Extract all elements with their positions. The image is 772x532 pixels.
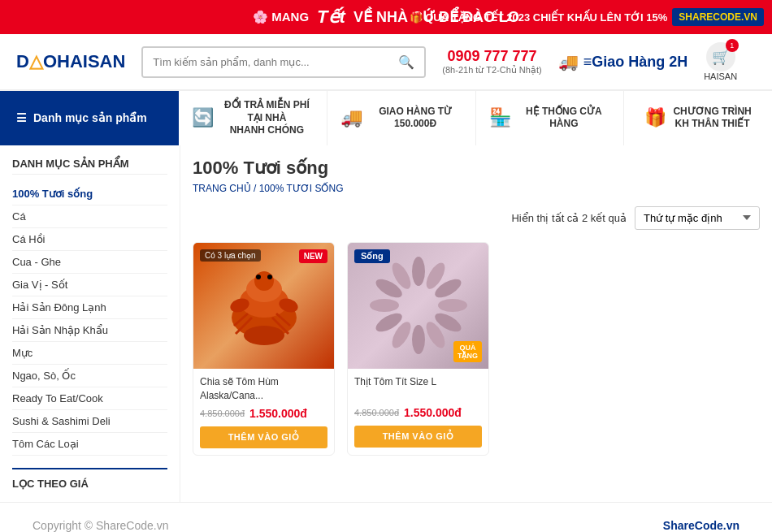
delivery-label: ≡Giao Hàng 2H <box>583 54 688 71</box>
product-name-2: Thịt Tôm Tít Size L <box>354 375 482 401</box>
sidebar-item-cuaghe[interactable]: Cua - Ghe <box>12 251 167 274</box>
sidebar-item-cahoi[interactable]: Cá Hồi <box>12 228 167 251</box>
delivery-nav-icon: 🚚 <box>340 107 362 128</box>
nav-item-loyalty[interactable]: 🎁 CHƯƠNG TRÌNH KH THÂN THIẾT <box>624 91 772 145</box>
search-bar: 🔍 <box>141 46 426 78</box>
nav-item-delivery[interactable]: 🚚 GIAO HÀNG TỪ 150.000Đ <box>327 91 476 145</box>
filter-bar: Hiển thị tất cả 2 kết quả Thứ tự mặc địn… <box>193 206 760 230</box>
add-to-cart-btn-1[interactable]: THÊM VÀO GIỎ <box>200 426 327 448</box>
svg-point-8 <box>244 326 284 345</box>
product-info-1: Chia sẽ Tôm Hùm Alaska/Cana... 4.850.000… <box>193 369 334 456</box>
gift-icon: 🎁 <box>644 107 666 128</box>
svg-point-13 <box>412 257 425 286</box>
breadcrumb: TRANG CHỦ / 100% TƯƠI SỐNG <box>193 183 760 194</box>
product-image-2: Sống QUÀ TẶNG <box>348 243 488 369</box>
banner-tet: Tết <box>317 6 345 28</box>
product-badge-new: NEW <box>299 249 327 263</box>
logo[interactable]: D△OHAISAN <box>16 51 125 72</box>
store-icon: 🏪 <box>489 107 511 128</box>
phone-block: 0909 777 777 (8h-21h từ T2-Chủ Nhật) <box>442 48 541 76</box>
price-new-2: 1.550.000đ <box>404 406 462 419</box>
search-input[interactable] <box>143 48 388 76</box>
top-banner: 🌸 MANG Tết VỀ NHÀ CỨ ĐỂ ĐÀO LO 🎁 QUÀ TẶN… <box>0 0 772 34</box>
banner-promo: 🎁 QUÀ TẶNG TẾT 2023 CHIẾT KHẤU LÊN TỚI 1… <box>410 11 668 24</box>
product-badge-gift: QUÀ TẶNG <box>453 341 482 362</box>
price-old-1: 4.850.000đ <box>200 409 245 418</box>
nav-item-return[interactable]: 🔄 ĐỔI TRẢ MIỄN PHÍ TẠI NHÀ NHANH CHÓNG <box>179 91 327 145</box>
nav-menu-label: Danh mục sản phẩm <box>33 111 147 124</box>
product-card-2: Sống QUÀ TẶNG <box>347 242 489 456</box>
products-grid: Có 3 lựa chọn NEW <box>193 242 760 456</box>
nav-item-stores[interactable]: 🏪 HỆ THỐNG CỬA HÀNG <box>476 91 625 145</box>
breadcrumb-home[interactable]: TRANG CHỦ <box>193 183 251 194</box>
delivery-block[interactable]: 🚚 ≡Giao Hàng 2H <box>558 52 688 71</box>
sort-select[interactable]: Thứ tự mặc định Giá: Thấp đến Cao Giá: C… <box>635 206 760 230</box>
footer-copyright: Copyright © ShareCode.vn <box>33 519 169 532</box>
sidebar-item-tom[interactable]: Tôm Các Loại <box>12 433 167 456</box>
sidebar-item-nhapkhau[interactable]: Hải Sản Nhập Khẩu <box>12 319 167 342</box>
sidebar-item-sushi[interactable]: Sushi & Sashimi Deli <box>12 410 167 433</box>
banner-right: 🎁 QUÀ TẶNG TẾT 2023 CHIẾT KHẤU LÊN TỚI 1… <box>410 8 764 26</box>
sidebar-category-title: DANH MỤC SẢN PHẨM <box>12 158 167 175</box>
sidebar-item-ca[interactable]: Cá <box>12 205 167 228</box>
footer-brand: ShareCode.vn <box>663 519 739 532</box>
svg-point-19 <box>412 325 425 354</box>
content-area: 100% Tươi sống TRANG CHỦ / 100% TƯƠI SỐN… <box>180 145 772 502</box>
cart-label: HAISAN <box>704 71 737 81</box>
svg-point-3 <box>254 271 274 291</box>
header: D△OHAISAN 🔍 0909 777 777 (8h-21h từ T2-C… <box>0 34 772 91</box>
nav-bar: ☰ Danh mục sản phẩm 🔄 ĐỔI TRẢ MIỄN PHÍ T… <box>0 91 772 145</box>
nav-icons: 🔄 ĐỔI TRẢ MIỄN PHÍ TẠI NHÀ NHANH CHÓNG 🚚… <box>179 91 772 145</box>
sidebar-item-readytoeat[interactable]: Ready To Eat/Cook <box>12 387 167 410</box>
product-card-1: Có 3 lựa chọn NEW <box>193 242 335 456</box>
sidebar-item-ngaosoo[interactable]: Ngao, Sò, Ốc <box>12 365 167 387</box>
nav-menu-button[interactable]: ☰ Danh mục sản phẩm <box>0 91 179 145</box>
phone-number[interactable]: 0909 777 777 <box>442 48 541 65</box>
search-button[interactable]: 🔍 <box>388 48 424 76</box>
nav-return-text: ĐỔI TRẢ MIỄN PHÍ TẠI NHÀ NHANH CHÓNG <box>220 99 314 137</box>
svg-point-16 <box>438 299 467 312</box>
price-new-1: 1.550.000đ <box>249 407 307 420</box>
product-prices-2: 4.850.000đ 1.550.000đ <box>354 406 482 419</box>
cart-icon: 🛒 <box>712 48 730 66</box>
product-info-2: Thịt Tôm Tít Size L 4.850.000đ 1.550.000… <box>348 369 488 454</box>
breadcrumb-sep: / <box>254 183 259 194</box>
sidebar-item-donglanh[interactable]: Hải Sản Đông Lạnh <box>12 296 167 319</box>
product-name-1: Chia sẽ Tôm Hùm Alaska/Cana... <box>200 375 327 403</box>
price-old-2: 4.850.000đ <box>354 408 399 417</box>
sidebar-item-muc[interactable]: Mực <box>12 342 167 365</box>
svg-point-22 <box>370 299 399 312</box>
add-to-cart-btn-2[interactable]: THÊM VÀO GIỎ <box>354 426 482 448</box>
banner-left-text: 🌸 MANG <box>253 10 309 24</box>
svg-point-4 <box>256 275 261 279</box>
menu-icon: ☰ <box>16 111 27 124</box>
page-title: 100% Tươi sống <box>193 158 760 179</box>
breadcrumb-current: 100% TƯƠI SỐNG <box>259 183 344 194</box>
sidebar: DANH MỤC SẢN PHẨM 100% Tươi sống Cá Cá H… <box>0 145 180 502</box>
sidebar-item-giavi[interactable]: Gia Vị - Sốt <box>12 274 167 296</box>
sidebar-item-tuoisong[interactable]: 100% Tươi sống <box>12 183 167 205</box>
svg-point-5 <box>267 275 272 279</box>
product-badge-song: Sống <box>354 249 390 263</box>
product-prices-1: 4.850.000đ 1.550.000đ <box>200 407 327 420</box>
phone-sub: (8h-21h từ T2-Chủ Nhật) <box>442 65 541 76</box>
sidebar-price-filter: LỌC THEO GIÁ <box>12 468 167 490</box>
sharecode-badge: SHARECODE.VN <box>672 8 764 26</box>
return-icon: 🔄 <box>192 107 214 128</box>
footer: Copyright © ShareCode.vn ShareCode.vn <box>0 502 772 532</box>
cart-block[interactable]: 🛒 1 HAISAN <box>704 42 737 81</box>
product-badge-choice: Có 3 lựa chọn <box>200 249 261 262</box>
delivery-icon: 🚚 <box>558 52 579 71</box>
nav-delivery-text: GIAO HÀNG TỪ 150.000Đ <box>369 106 462 131</box>
nav-loyalty-text: CHƯƠNG TRÌNH KH THÂN THIẾT <box>673 106 751 131</box>
cart-icon-wrap[interactable]: 🛒 1 <box>706 42 735 71</box>
cart-badge: 1 <box>726 39 739 52</box>
result-label: Hiển thị tất cả 2 kết quả <box>511 212 627 224</box>
product-image-1: Có 3 lựa chọn NEW <box>193 243 334 369</box>
nav-store-text: HỆ THỐNG CỬA HÀNG <box>518 106 611 131</box>
main-container: DANH MỤC SẢN PHẨM 100% Tươi sống Cá Cá H… <box>0 145 772 502</box>
